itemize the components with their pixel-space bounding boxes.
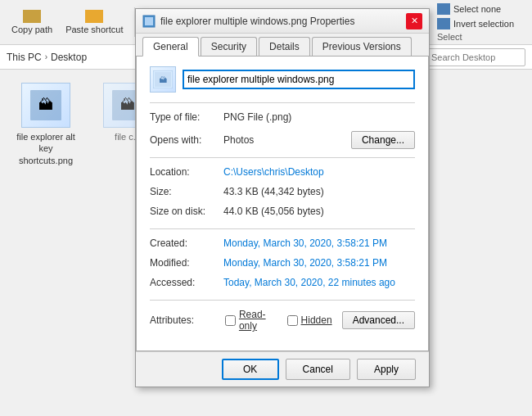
type-label: Type of file: — [150, 111, 223, 126]
prop-row-type: Type of file: PNG File (.png) — [150, 111, 415, 126]
prop-row-size: Size: 43.3 KB (44,342 bytes) — [150, 186, 415, 201]
svg-rect-1 — [145, 17, 153, 25]
file-header: 🏔 — [150, 66, 415, 93]
accessed-label: Accessed: — [150, 277, 223, 292]
prop-row-modified: Modified: Monday, March 30, 2020, 3:58:2… — [150, 257, 415, 272]
opens-with-label: Opens with: — [150, 134, 223, 146]
svg-text:🏔: 🏔 — [159, 75, 167, 84]
dialog-body: 🏔 Type of file: PNG File (.png) Opens wi… — [136, 57, 429, 351]
dialog-close-button[interactable]: ✕ — [406, 13, 422, 29]
prop-row-size-on-disk: Size on disk: 44.0 KB (45,056 bytes) — [150, 206, 415, 220]
change-button[interactable]: Change... — [351, 131, 415, 149]
prop-row-location: Location: C:\Users\chris\Desktop — [150, 166, 415, 181]
divider-1 — [150, 102, 415, 103]
accessed-value: Today, March 30, 2020, 22 minutes ago — [223, 277, 395, 292]
hidden-checkbox-group[interactable]: Hidden — [287, 314, 332, 326]
prop-row-accessed: Accessed: Today, March 30, 2020, 22 minu… — [150, 277, 415, 292]
ok-button[interactable]: OK — [222, 359, 279, 380]
tab-security[interactable]: Security — [201, 37, 257, 56]
size-value: 43.3 KB (44,342 bytes) — [223, 186, 324, 201]
created-value: Monday, March 30, 2020, 3:58:21 PM — [223, 237, 387, 252]
dialog-titlebar: file explorer multiple windows.png Prope… — [136, 9, 429, 34]
size-on-disk-label: Size on disk: — [150, 206, 223, 220]
apply-button[interactable]: Apply — [357, 359, 416, 380]
modified-value: Monday, March 30, 2020, 3:58:21 PM — [223, 257, 387, 272]
prop-row-opens-with: Opens with: Photos Change... — [150, 131, 415, 149]
readonly-checkbox[interactable] — [225, 315, 236, 326]
location-label: Location: — [150, 166, 223, 181]
divider-3 — [150, 228, 415, 229]
type-value: PNG File (.png) — [223, 111, 291, 126]
modified-label: Modified: — [150, 257, 223, 272]
dialog-icon — [142, 15, 156, 28]
attributes-label: Attributes: — [150, 314, 215, 326]
cancel-button[interactable]: Cancel — [286, 359, 350, 380]
file-name-input[interactable] — [183, 70, 415, 89]
properties-dialog: file explorer multiple windows.png Prope… — [135, 8, 430, 387]
opens-with-value: Photos — [223, 134, 254, 146]
hidden-label: Hidden — [301, 314, 332, 326]
tab-details[interactable]: Details — [259, 37, 310, 56]
dialog-footer: OK Cancel Apply — [136, 351, 429, 387]
dialog-tabs: General Security Details Previous Versio… — [136, 34, 429, 57]
tab-general[interactable]: General — [142, 37, 199, 57]
created-label: Created: — [150, 237, 223, 252]
tab-previous-versions[interactable]: Previous Versions — [312, 37, 412, 56]
file-header-icon: 🏔 — [150, 66, 176, 93]
hidden-checkbox[interactable] — [287, 315, 298, 326]
readonly-label: Read-only — [239, 309, 277, 332]
size-label: Size: — [150, 186, 223, 201]
dialog-overlay: file explorer multiple windows.png Prope… — [0, 0, 532, 416]
size-on-disk-value: 44.0 KB (45,056 bytes) — [223, 206, 324, 220]
prop-row-created: Created: Monday, March 30, 2020, 3:58:21… — [150, 237, 415, 252]
divider-4 — [150, 300, 415, 301]
location-value[interactable]: C:\Users\chris\Desktop — [223, 166, 324, 181]
attributes-row: Attributes: Read-only Hidden Advanced... — [150, 309, 415, 332]
dialog-title: file explorer multiple windows.png Prope… — [160, 16, 406, 27]
divider-2 — [150, 157, 415, 158]
advanced-button[interactable]: Advanced... — [342, 311, 415, 329]
readonly-checkbox-group[interactable]: Read-only — [225, 309, 277, 332]
